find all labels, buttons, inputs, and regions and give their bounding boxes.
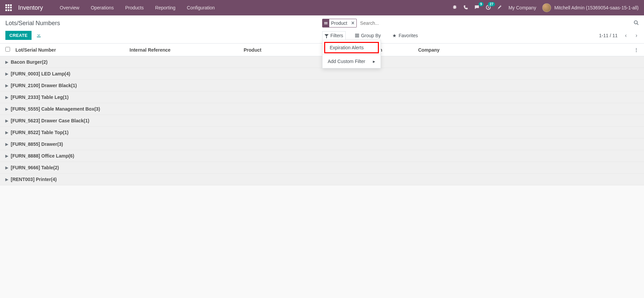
group-name: [FURN_2100] Drawer Black (11, 83, 71, 88)
facet-label: Product (329, 19, 349, 27)
caret-right-icon: ▶ (5, 72, 8, 76)
user-menu[interactable]: Mitchell Admin (15369054-saas-15-1-all) (542, 3, 639, 12)
filter-add-custom[interactable]: Add Custom Filter ▸ (323, 56, 381, 67)
group-name: [FURN_8855] Drawer (11, 141, 57, 147)
dropdown-divider (323, 54, 381, 55)
group-count: (1) (84, 118, 89, 123)
user-name: Mitchell Admin (15369054-saas-15-1-all) (554, 5, 639, 10)
group-name: Bacon Burger (11, 59, 42, 65)
caret-right-icon: ▶ (5, 60, 8, 64)
create-button[interactable]: CREATE (5, 31, 32, 40)
group-row[interactable]: ▶[FURN_0003] LED Lamp (4) (0, 68, 644, 80)
filters-label: Filters (331, 33, 343, 38)
group-row[interactable]: ▶[FURN_5555] Cable Management Box (3) (0, 103, 644, 115)
group-name: [FURN_2333] Table Leg (11, 95, 63, 100)
caret-right-icon: ▶ (5, 154, 8, 158)
group-name: [FURN_5623] Drawer Case Black (11, 118, 84, 123)
main-menu: Overview Operations Products Reporting C… (55, 2, 219, 14)
group-row[interactable]: ▶[FURN_8888] Office Lamp (6) (0, 150, 644, 162)
caret-right-icon: ▶ (5, 177, 8, 182)
group-name: [RENT003] Printer (11, 177, 51, 182)
control-panel: Lots/Serial Numbers Product × CREATE (0, 15, 644, 44)
menu-overview[interactable]: Overview (55, 2, 84, 14)
tools-icon[interactable] (497, 5, 502, 11)
facet-remove-icon[interactable]: × (349, 20, 356, 26)
caret-right-icon: ▶ (5, 119, 8, 123)
caret-right-icon: ▶ (5, 130, 8, 135)
group-count: (4) (64, 71, 70, 76)
favorites-label: Favorites (399, 33, 418, 38)
phone-icon[interactable] (463, 5, 468, 11)
filters-button[interactable]: Filters (322, 31, 346, 40)
download-icon[interactable] (36, 33, 41, 39)
header-company[interactable]: Company (418, 47, 630, 53)
groupby-button[interactable]: Group By (353, 31, 383, 40)
select-all-checkbox[interactable] (5, 47, 10, 52)
caret-right-icon: ▶ (5, 166, 8, 170)
search-bar[interactable]: Product × (322, 19, 639, 27)
bug-icon[interactable] (452, 5, 457, 11)
systray: 9 27 My Company Mitchell Admin (15369054… (452, 3, 639, 12)
pager-text[interactable]: 1-11 / 11 (599, 33, 617, 38)
favorites-button[interactable]: ★ Favorites (390, 31, 420, 40)
group-count: (1) (71, 83, 77, 88)
group-name: [FURN_9666] Table (11, 165, 53, 170)
menu-reporting[interactable]: Reporting (150, 2, 180, 14)
header-lot[interactable]: Lot/Serial Number (15, 47, 130, 53)
group-count: (6) (68, 153, 74, 159)
search-options: Filters Expiration Alerts Add Custom Fil… (322, 31, 420, 40)
caret-right-icon: ▶ (5, 83, 8, 88)
groupby-facet-icon (323, 19, 329, 27)
messages-badge: 9 (479, 2, 484, 6)
add-custom-filter-label: Add Custom Filter (328, 59, 365, 64)
star-icon: ★ (392, 33, 397, 38)
pager-next-icon[interactable]: › (634, 31, 639, 40)
funnel-icon (325, 34, 329, 37)
header-ref[interactable]: Internal Reference (130, 47, 244, 53)
group-name: [FURN_8888] Office Lamp (11, 153, 68, 159)
group-count: (4) (51, 177, 57, 182)
caret-right-icon: ▶ (5, 107, 8, 111)
company-switcher[interactable]: My Company (508, 5, 536, 10)
search-facet-product: Product × (322, 19, 357, 27)
search-icon[interactable] (634, 20, 639, 26)
group-count: (1) (63, 95, 68, 100)
filters-dropdown: Expiration Alerts Add Custom Filter ▸ (322, 40, 381, 68)
group-rows: ▶Bacon Burger (2)▶[FURN_0003] LED Lamp (… (0, 56, 644, 185)
search-input[interactable] (359, 19, 634, 27)
group-count: (2) (53, 165, 59, 170)
group-count: (2) (42, 59, 48, 65)
activities-icon[interactable]: 27 (486, 5, 491, 11)
group-name: [FURN_0003] LED Lamp (11, 71, 64, 76)
breadcrumb: Lots/Serial Numbers (5, 20, 322, 27)
menu-operations[interactable]: Operations (86, 2, 118, 14)
app-brand[interactable]: Inventory (18, 4, 43, 11)
group-count: (3) (57, 141, 63, 147)
group-row[interactable]: ▶[FURN_8522] Table Top (1) (0, 127, 644, 138)
group-count: (3) (94, 106, 100, 112)
caret-right-icon: ▶ (5, 95, 8, 100)
avatar (542, 3, 551, 12)
apps-icon[interactable] (5, 4, 12, 11)
menu-configuration[interactable]: Configuration (182, 2, 219, 14)
group-row[interactable]: ▶[FURN_2100] Drawer Black (1) (0, 80, 644, 92)
activities-badge: 27 (488, 2, 495, 6)
menu-products[interactable]: Products (120, 2, 148, 14)
svg-point-1 (634, 21, 637, 24)
chevron-right-icon: ▸ (373, 59, 375, 64)
pager: 1-11 / 11 ‹ › (599, 31, 639, 40)
groupby-label: Group By (361, 33, 381, 38)
group-row[interactable]: ▶[FURN_5623] Drawer Case Black (1) (0, 115, 644, 127)
filter-expiration-alerts[interactable]: Expiration Alerts (325, 42, 379, 53)
group-row[interactable]: ▶[RENT003] Printer (4) (0, 174, 644, 185)
top-navbar: Inventory Overview Operations Products R… (0, 0, 644, 15)
messages-icon[interactable]: 9 (474, 5, 480, 11)
pager-prev-icon[interactable]: ‹ (624, 31, 628, 40)
group-row[interactable]: ▶[FURN_2333] Table Leg (1) (0, 92, 644, 103)
caret-right-icon: ▶ (5, 142, 8, 146)
group-row[interactable]: ▶[FURN_8855] Drawer (3) (0, 138, 644, 150)
group-name: [FURN_5555] Cable Management Box (11, 106, 94, 112)
optional-columns-icon[interactable]: ⋮ (630, 47, 639, 53)
group-row[interactable]: ▶[FURN_9666] Table (2) (0, 162, 644, 174)
group-count: (1) (63, 130, 68, 135)
